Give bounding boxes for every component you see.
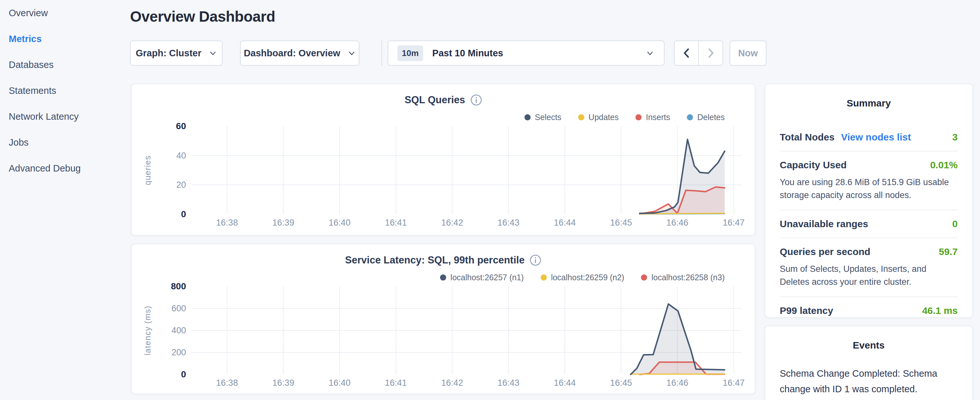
svg-text:latency (ms): latency (ms) (143, 306, 152, 355)
legend-item[interactable]: Selects (525, 113, 562, 122)
svg-text:400: 400 (172, 325, 186, 335)
toolbar-divider (382, 40, 382, 66)
svg-text:0: 0 (181, 209, 186, 219)
legend-dot-icon (687, 114, 693, 120)
summary-value: 46.1 ms (922, 305, 958, 316)
svg-text:16:38: 16:38 (216, 378, 238, 388)
svg-text:16:43: 16:43 (498, 218, 520, 228)
time-pager (674, 40, 723, 66)
legend-dot-icon (525, 114, 531, 120)
svg-text:16:46: 16:46 (667, 218, 689, 228)
svg-text:16:45: 16:45 (610, 378, 632, 388)
summary-label: Queries per second (780, 246, 870, 257)
summary-label: Total Nodes (780, 132, 834, 143)
summary-value: 0.01% (930, 159, 958, 171)
events-heading: Events (780, 340, 958, 351)
svg-text:16:43: 16:43 (498, 378, 520, 388)
event-item: Schema Change Completed: Schema change w… (780, 366, 958, 400)
dashboard-dropdown-label: Dashboard: Overview (243, 48, 340, 59)
summary-label: P99 latency (780, 305, 833, 316)
chevron-down-icon (646, 49, 654, 57)
legend-label: localhost:26258 (n3) (651, 273, 725, 282)
sidebar-item-jobs[interactable]: Jobs (9, 129, 122, 155)
info-icon[interactable] (471, 94, 482, 106)
svg-text:600: 600 (172, 304, 186, 313)
page-title: Overview Dashboard (130, 8, 275, 25)
toolbar: Graph: Cluster Dashboard: Overview 10m P… (129, 40, 770, 66)
event-timestamp: May 13, 2020 at 4:45 PM (780, 399, 958, 400)
svg-text:0: 0 (181, 369, 186, 379)
summary-subtext: Sum of Selects, Updates, Inserts, and De… (780, 263, 958, 288)
info-icon[interactable] (530, 254, 541, 266)
svg-text:60: 60 (176, 121, 186, 131)
legend-label: Inserts (646, 113, 670, 122)
chevron-left-icon (682, 47, 691, 59)
svg-text:200: 200 (172, 347, 186, 357)
legend-dot-icon (541, 274, 547, 280)
legend-item[interactable]: localhost:26257 (n1) (440, 273, 524, 282)
legend-item[interactable]: Deletes (687, 113, 725, 122)
svg-text:16:44: 16:44 (554, 378, 576, 388)
svg-text:16:40: 16:40 (329, 378, 351, 388)
sidebar: OverviewMetricsDatabasesStatementsNetwor… (9, 0, 122, 181)
summary-value: 3 (952, 132, 958, 143)
sidebar-item-databases[interactable]: Databases (9, 52, 122, 78)
service-latency-plot[interactable]: 16:3816:3916:4016:4116:4216:4316:4416:45… (132, 282, 756, 393)
legend-label: localhost:26257 (n1) (450, 273, 524, 282)
svg-text:16:38: 16:38 (216, 218, 238, 228)
next-timeframe-button[interactable] (699, 41, 722, 65)
legend-label: localhost:26259 (n2) (551, 273, 624, 282)
summary-label: Unavailable ranges (780, 218, 868, 229)
legend-item[interactable]: Inserts (635, 113, 670, 122)
time-range-badge: 10m (397, 45, 423, 61)
legend-label: Deletes (697, 113, 725, 122)
previous-timeframe-button[interactable] (675, 41, 698, 65)
summary-label: Capacity Used (780, 159, 847, 171)
chart-title: Service Latency: SQL, 99th percentile (345, 254, 525, 266)
svg-text:40: 40 (176, 151, 186, 161)
svg-text:16:47: 16:47 (723, 378, 745, 388)
legend-dot-icon (578, 114, 584, 120)
view-nodes-list-link[interactable]: View nodes list (841, 132, 911, 143)
svg-text:16:40: 16:40 (329, 218, 351, 228)
time-range-label: Past 10 Minutes (432, 48, 503, 59)
sql-queries-chart-card: SQL Queries SelectsUpdatesInsertsDeletes… (131, 83, 756, 236)
svg-text:16:41: 16:41 (385, 378, 407, 388)
sidebar-item-network-latency[interactable]: Network Latency (9, 104, 122, 129)
now-button[interactable]: Now (730, 40, 767, 66)
legend-label: Selects (535, 113, 562, 122)
legend-item[interactable]: localhost:26259 (n2) (541, 273, 624, 282)
event-text: Schema Change Completed: Schema change w… (780, 366, 958, 397)
svg-text:16:39: 16:39 (272, 378, 294, 388)
chart-title: SQL Queries (404, 94, 465, 106)
sidebar-item-overview[interactable]: Overview (9, 0, 122, 26)
svg-text:16:39: 16:39 (272, 218, 294, 228)
svg-text:800: 800 (171, 282, 186, 291)
svg-text:16:41: 16:41 (385, 218, 407, 228)
summary-value: 0 (952, 218, 958, 229)
sidebar-item-metrics[interactable]: Metrics (9, 26, 122, 52)
svg-text:16:44: 16:44 (554, 218, 576, 228)
sql-queries-plot[interactable]: 16:3816:3916:4016:4116:4216:4316:4416:45… (132, 121, 756, 233)
chevron-down-icon (209, 49, 217, 57)
svg-text:16:47: 16:47 (723, 218, 745, 228)
svg-text:20: 20 (176, 180, 186, 190)
svg-text:16:46: 16:46 (667, 378, 689, 388)
legend-item[interactable]: localhost:26258 (n3) (641, 273, 725, 282)
legend-dot-icon (635, 114, 641, 120)
time-range-selector[interactable]: 10m Past 10 Minutes (388, 40, 665, 66)
summary-subtext: You are using 28.6 MiB of 515.9 GiB usab… (780, 176, 958, 202)
dashboard-dropdown[interactable]: Dashboard: Overview (240, 40, 360, 66)
graph-dropdown[interactable]: Graph: Cluster (130, 40, 223, 66)
legend-item[interactable]: Updates (578, 113, 619, 122)
sidebar-item-advanced-debug[interactable]: Advanced Debug (9, 155, 122, 181)
summary-row-queries-per-second: Queries per second 59.7 Sum of Selects, … (780, 237, 958, 296)
service-latency-chart-card: Service Latency: SQL, 99th percentile lo… (131, 244, 756, 394)
summary-row-capacity-used: Capacity Used 0.01% You are using 28.6 M… (780, 151, 958, 210)
sidebar-item-statements[interactable]: Statements (9, 78, 122, 104)
summary-row-unavailable-ranges: Unavailable ranges 0 (780, 210, 958, 237)
summary-panel: Summary Total Nodes View nodes list 3 Ca… (765, 83, 973, 318)
legend-dot-icon (440, 274, 446, 280)
events-panel: Events Schema Change Completed: Schema c… (765, 325, 973, 400)
legend-label: Updates (589, 113, 619, 122)
